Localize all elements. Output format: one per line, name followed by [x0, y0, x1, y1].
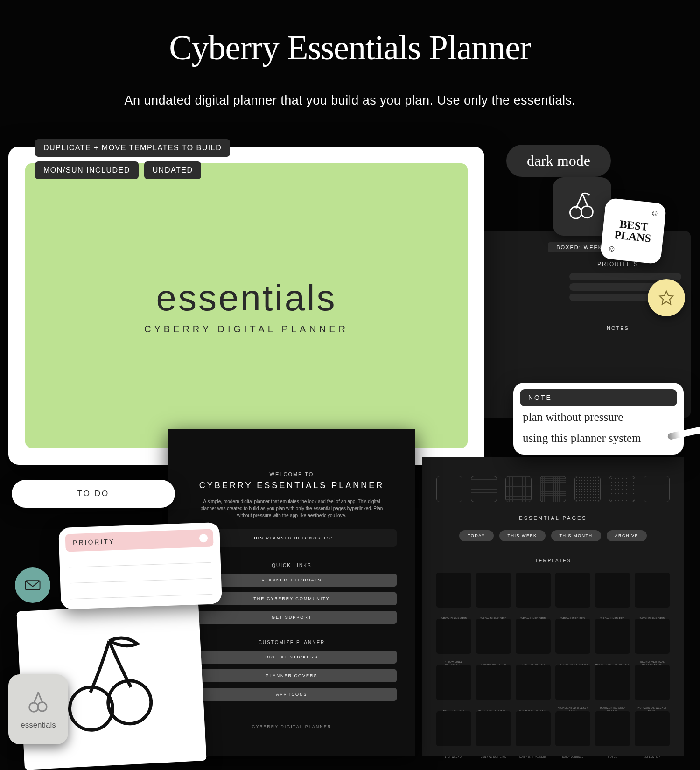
- pill-archive[interactable]: ARCHIVE: [607, 530, 647, 541]
- pattern-blank2[interactable]: [644, 476, 670, 502]
- svg-point-0: [570, 207, 581, 218]
- page-subtitle: An undated digital planner that you buil…: [0, 93, 700, 108]
- essentials-tile-label: essentials: [21, 721, 56, 730]
- template-thumb[interactable]: [595, 619, 630, 654]
- template-thumb[interactable]: [555, 619, 590, 654]
- smiley-icon: ☺: [650, 208, 659, 219]
- template-thumb[interactable]: [436, 665, 471, 700]
- link-stickers[interactable]: DIGITAL STICKERS: [187, 651, 397, 664]
- smiley-icon: ☺: [607, 243, 616, 254]
- priorities-label: PRIORITIES: [597, 261, 638, 267]
- welcome-title: CYBERRY ESSENTIALS PLANNER: [187, 481, 397, 490]
- badge-undated: UNDATED: [144, 161, 202, 179]
- planner-cover: essentials CYBERRY DIGITAL PLANNER: [8, 147, 484, 465]
- template-grid: 2-ROW BLANK GRID2-ROW BLANK GRID2-ROW LI…: [436, 573, 670, 753]
- template-label: NOTES: [595, 756, 630, 758]
- note-card-header: NOTE: [520, 389, 677, 406]
- template-thumb[interactable]: [516, 619, 551, 654]
- template-thumb[interactable]: [516, 573, 551, 608]
- template-thumb[interactable]: [595, 711, 630, 746]
- badge-monsun: MON/SUN INCLUDED: [35, 161, 139, 179]
- cherry-icon: [566, 190, 599, 223]
- svg-marker-2: [660, 291, 673, 304]
- mail-icon: [25, 580, 41, 591]
- template-label: LIST WEEKLY: [436, 756, 471, 758]
- template-thumb[interactable]: [436, 711, 471, 746]
- pill-month[interactable]: THIS MONTH: [551, 530, 601, 541]
- cherry-icon: [24, 689, 52, 717]
- star-icon: [658, 290, 674, 306]
- template-thumb[interactable]: [635, 665, 670, 700]
- pattern-hex[interactable]: [609, 476, 635, 502]
- pattern-lines[interactable]: [471, 476, 497, 502]
- planner-cover-inner: essentials CYBERRY DIGITAL PLANNER: [25, 163, 468, 448]
- template-label: DAILY JOURNAL: [555, 756, 590, 758]
- link-covers[interactable]: PLANNER COVERS: [187, 669, 397, 682]
- badge-group: DUPLICATE + MOVE TEMPLATES TO BUILD MON/…: [35, 139, 230, 179]
- priority-dot-icon: [199, 534, 208, 543]
- cherry-icon-tile: [553, 177, 611, 236]
- todo-pill[interactable]: TO DO: [12, 480, 175, 508]
- essential-pages-label: ESSENTIAL PAGES: [436, 515, 670, 521]
- template-thumb[interactable]: [635, 619, 670, 654]
- template-thumb[interactable]: [476, 573, 511, 608]
- cover-title: essentials: [156, 277, 337, 319]
- template-thumb[interactable]: [516, 665, 551, 700]
- template-thumb[interactable]: [476, 665, 511, 700]
- email-badge[interactable]: [15, 567, 50, 603]
- welcome-footer: CYBERRY DIGITAL PLANNER: [187, 724, 397, 729]
- customize-label: CUSTOMIZE PLANNER: [187, 640, 397, 645]
- page-title: Cyberry Essentials Planner: [0, 0, 700, 68]
- pattern-row: [436, 476, 670, 502]
- template-thumb[interactable]: [516, 711, 551, 746]
- note-card: NOTE plan without pressure using this pl…: [513, 383, 684, 455]
- notes-label: NOTES: [607, 325, 629, 331]
- priority-card: PRIORITY: [58, 522, 222, 609]
- template-label: REFLECTION: [635, 756, 670, 758]
- svg-point-1: [581, 206, 593, 217]
- pattern-dots[interactable]: [574, 476, 601, 502]
- pill-today[interactable]: TODAY: [459, 530, 494, 541]
- badge-duplicate: DUPLICATE + MOVE TEMPLATES TO BUILD: [35, 139, 230, 157]
- templates-label: TEMPLATES: [436, 558, 670, 563]
- template-thumb[interactable]: [476, 619, 511, 654]
- template-thumb[interactable]: [436, 573, 471, 608]
- pill-row: TODAY THIS WEEK THIS MONTH ARCHIVE: [436, 530, 670, 541]
- link-support[interactable]: GET SUPPORT: [187, 611, 397, 624]
- cherry-outline-icon: [55, 630, 168, 742]
- pattern-grid[interactable]: [505, 476, 532, 502]
- template-thumb[interactable]: [476, 711, 511, 746]
- template-thumb[interactable]: [555, 573, 590, 608]
- template-thumb[interactable]: [595, 665, 630, 700]
- template-thumb[interactable]: [635, 573, 670, 608]
- welcome-small: WELCOME TO: [187, 471, 397, 477]
- pattern-smallgrid[interactable]: [540, 476, 566, 502]
- star-badge: [648, 279, 685, 316]
- template-thumb[interactable]: [555, 711, 590, 746]
- templates-panel: ESSENTIAL PAGES TODAY THIS WEEK THIS MON…: [422, 457, 684, 756]
- template-label: DAILY W/ DOT GRID: [476, 756, 511, 758]
- template-thumb[interactable]: [555, 665, 590, 700]
- link-icons[interactable]: APP ICONS: [187, 688, 397, 701]
- essentials-app-tile[interactable]: essentials: [8, 674, 68, 744]
- note-line-2: using this planner system: [520, 427, 677, 448]
- svg-point-6: [29, 703, 38, 712]
- priority-label: PRIORITY: [73, 538, 115, 546]
- cover-subtitle: CYBERRY DIGITAL PLANNER: [144, 324, 349, 335]
- welcome-desc: A simple, modern digital planner that em…: [187, 498, 397, 519]
- svg-point-7: [38, 702, 47, 711]
- dark-mode-label: dark mode: [506, 145, 611, 177]
- pill-week[interactable]: THIS WEEK: [499, 530, 546, 541]
- template-thumb[interactable]: [635, 711, 670, 746]
- template-thumb[interactable]: [436, 619, 471, 654]
- template-thumb[interactable]: [595, 573, 630, 608]
- pattern-blank[interactable]: [436, 476, 462, 502]
- note-line-1: plan without pressure: [520, 406, 677, 427]
- best-plans-sticker: ☺ BEST PLANS ☺: [600, 198, 667, 265]
- template-label: DAILY W/ TRACKERS: [516, 756, 551, 758]
